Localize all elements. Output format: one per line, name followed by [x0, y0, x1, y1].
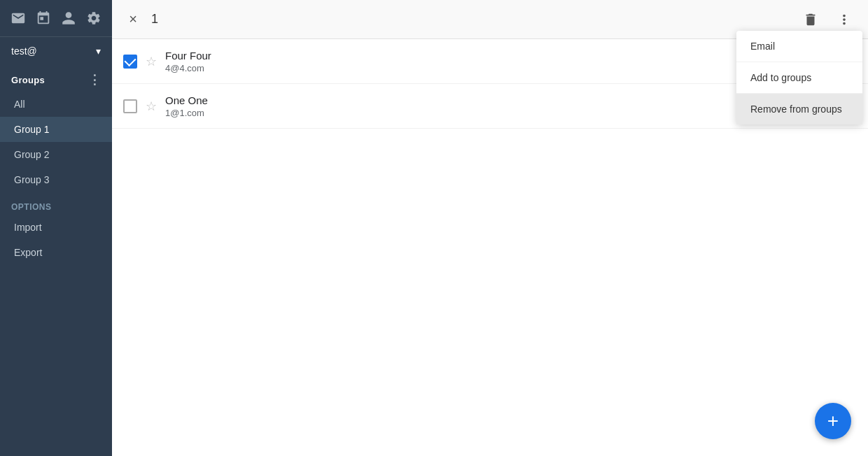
sidebar-item-all[interactable]: All — [0, 92, 112, 117]
person-icon[interactable] — [60, 10, 77, 27]
sidebar-item-group3[interactable]: Group 3 — [0, 167, 112, 192]
user-dropdown-arrow: ▾ — [96, 45, 101, 57]
sidebar-item-group1[interactable]: Group 1 — [0, 117, 112, 142]
calendar-icon[interactable] — [35, 10, 52, 27]
sidebar: test@ ▾ Groups ⋮ All Group 1 Group 2 Gro… — [0, 0, 112, 456]
main-content: × 1 Email Add to groups Remove from grou… — [112, 0, 868, 456]
contact-email-2: 1@1.com — [165, 108, 208, 118]
more-options-button[interactable] — [832, 7, 857, 32]
sidebar-item-export[interactable]: Export — [0, 240, 112, 265]
contact-info-1: Four Four 4@4.com — [165, 50, 211, 73]
menu-item-remove-from-groups[interactable]: Remove from groups — [736, 94, 862, 124]
contact-star-1[interactable]: ☆ — [146, 54, 157, 69]
contact-checkbox-1[interactable] — [123, 55, 137, 69]
context-menu: Email Add to groups Remove from groups — [736, 31, 862, 124]
contact-name-1: Four Four — [165, 50, 211, 62]
sidebar-item-import[interactable]: Import — [0, 215, 112, 240]
contact-email-1: 4@4.com — [165, 63, 211, 73]
email-icon[interactable] — [10, 10, 27, 27]
close-button[interactable]: × — [123, 10, 143, 29]
sidebar-top-icons — [0, 0, 112, 37]
contact-star-2[interactable]: ☆ — [146, 99, 157, 114]
contact-name-2: One One — [165, 94, 208, 106]
contact-checkbox-2[interactable] — [123, 99, 137, 113]
menu-item-add-to-groups[interactable]: Add to groups — [736, 62, 862, 94]
add-contact-button[interactable]: + — [815, 403, 851, 439]
selected-count: 1 — [151, 12, 158, 27]
sidebar-item-group2[interactable]: Group 2 — [0, 142, 112, 167]
groups-menu-dots[interactable]: ⋮ — [88, 72, 101, 87]
user-account[interactable]: test@ ▾ — [0, 37, 112, 65]
menu-item-email[interactable]: Email — [736, 31, 862, 62]
settings-icon[interactable] — [85, 10, 102, 27]
groups-label: Groups — [11, 75, 45, 85]
toolbar: × 1 Email Add to groups Remove from grou… — [112, 0, 868, 39]
contact-info-2: One One 1@1.com — [165, 94, 208, 118]
options-section-label: Options — [0, 192, 112, 215]
delete-button[interactable] — [798, 7, 823, 32]
groups-section-header: Groups ⋮ — [0, 65, 112, 92]
user-name: test@ — [11, 45, 37, 57]
